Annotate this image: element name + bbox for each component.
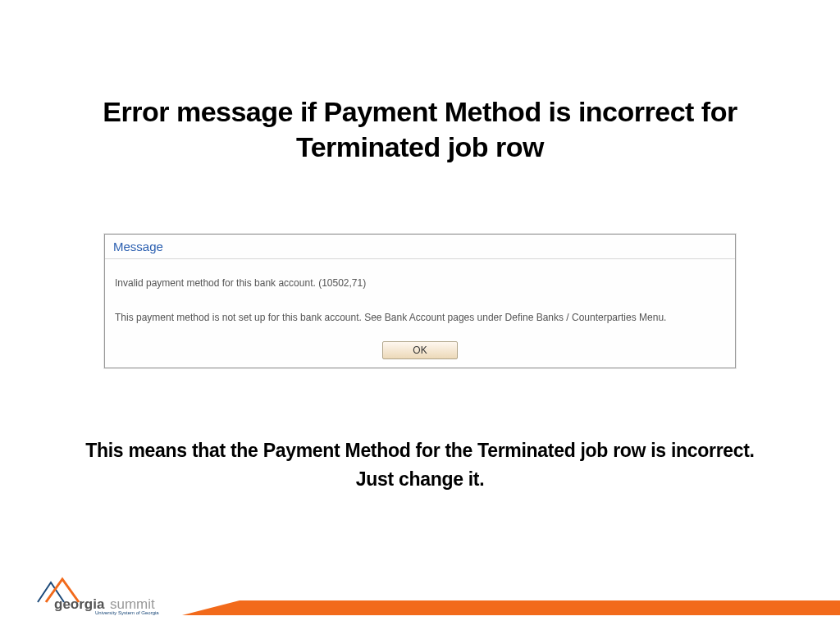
message-dialog: Message Invalid payment method for this … [104, 234, 736, 368]
ok-button[interactable]: OK [382, 341, 458, 359]
dialog-header: Message [105, 235, 735, 259]
svg-text:University System of Georgia: University System of Georgia [95, 610, 159, 615]
dialog-body: Invalid payment method for this bank acc… [105, 259, 735, 338]
svg-marker-3 [182, 600, 840, 615]
explanation-line-2: Just change it. [74, 467, 766, 492]
footer-stripe [182, 600, 840, 615]
logo-icon: georgia summit University System of Geor… [34, 576, 182, 615]
dialog-message-1: Invalid payment method for this bank acc… [115, 277, 725, 289]
slide-title: Error message if Payment Method is incor… [0, 0, 840, 164]
explanation-text: This means that the Payment Method for t… [0, 438, 840, 492]
dialog-message-2: This payment method is not set up for th… [115, 312, 725, 323]
georgia-summit-logo: georgia summit University System of Geor… [34, 576, 182, 615]
slide-footer: georgia summit University System of Geor… [0, 581, 840, 630]
explanation-line-1: This means that the Payment Method for t… [85, 440, 754, 461]
dialog-actions: OK [105, 338, 735, 368]
